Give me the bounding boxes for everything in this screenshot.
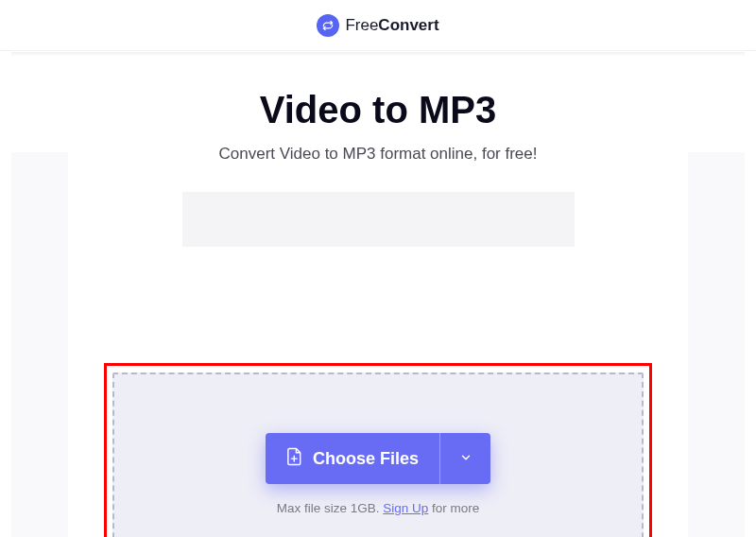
- side-band-left: [11, 152, 68, 537]
- choose-files-button[interactable]: Choose Files: [266, 433, 439, 484]
- logo-text-bold: Convert: [378, 16, 438, 34]
- choose-files-label: Choose Files: [313, 449, 419, 469]
- filesize-note: Max file size 1GB. Sign Up for more: [277, 501, 480, 515]
- chevron-down-icon: [459, 451, 472, 467]
- logo-text[interactable]: FreeConvert: [345, 16, 438, 35]
- note-suffix: for more: [428, 501, 479, 515]
- note-prefix: Max file size 1GB.: [277, 501, 384, 515]
- logo-icon: [317, 14, 339, 37]
- choose-files-dropdown-button[interactable]: [439, 433, 490, 484]
- page-title: Video to MP3: [11, 89, 745, 131]
- side-band-right: [688, 152, 745, 537]
- ad-placeholder: [182, 192, 575, 247]
- page-subtitle: Convert Video to MP3 format online, for …: [11, 145, 745, 164]
- logo-text-light: Free: [345, 16, 378, 34]
- signup-link[interactable]: Sign Up: [383, 501, 428, 515]
- header-shadow: [11, 52, 745, 57]
- file-dropzone[interactable]: Choose Files Max file size 1GB. Sign Up …: [112, 372, 644, 537]
- file-add-icon: [286, 447, 303, 471]
- main-content: Video to MP3 Convert Video to MP3 format…: [11, 89, 745, 537]
- choose-files-group: Choose Files: [266, 433, 490, 484]
- site-header: FreeConvert: [0, 0, 756, 51]
